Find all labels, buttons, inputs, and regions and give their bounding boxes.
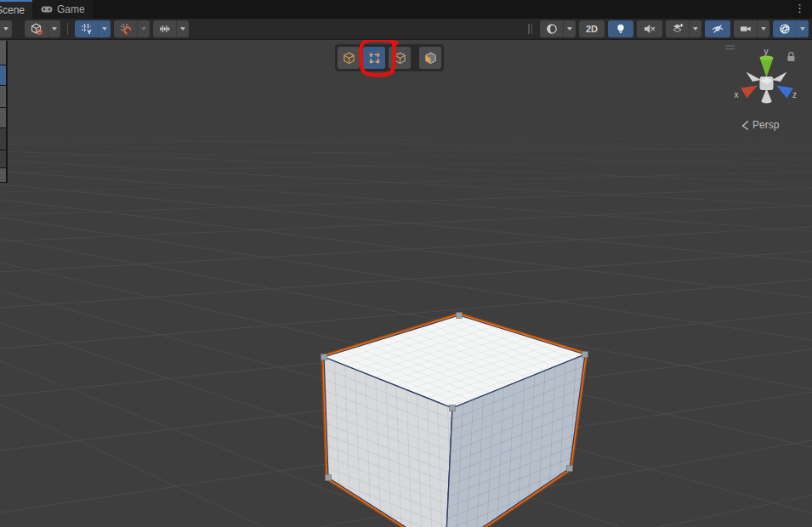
object-selection-mode-button[interactable] xyxy=(338,47,360,69)
snap-increment-ruler-icon xyxy=(153,20,176,37)
element-selection-toolbar xyxy=(335,44,444,71)
cube-edge-icon xyxy=(393,51,407,65)
unity-scene-view-window: Scene Game ⋮ xyxy=(0,0,812,527)
gizmo-x-axis-cone[interactable] xyxy=(741,86,758,99)
chevron-down-icon[interactable] xyxy=(563,20,576,37)
toolbar-left-group: Y xyxy=(0,20,189,37)
cube-face-icon xyxy=(423,51,438,65)
clipped-left-panel xyxy=(0,41,8,183)
tab-scene[interactable]: Scene xyxy=(0,0,32,19)
chevron-down-icon[interactable] xyxy=(98,20,111,37)
overlay-drag-handle[interactable] xyxy=(528,24,532,34)
gizmo-center-cube[interactable] xyxy=(760,76,774,90)
left-panel-button[interactable] xyxy=(0,108,6,128)
orientation-gizmo[interactable]: x y z xyxy=(721,37,806,114)
kebab-icon: ⋮ xyxy=(794,2,805,14)
chevron-down-icon[interactable] xyxy=(48,20,60,37)
scene-lighting-button[interactable] xyxy=(608,20,633,37)
clipped-tool-dropdown-button[interactable] xyxy=(0,20,12,37)
overflow-menu-button[interactable]: ⋮ xyxy=(787,0,812,19)
toolbar-right-group: 2D xyxy=(526,20,809,37)
scene-view-toolbar: Y xyxy=(0,19,812,40)
gamepad-icon xyxy=(41,5,53,14)
chevron-down-icon[interactable] xyxy=(689,20,701,37)
gizmo-y-axis-cone[interactable] xyxy=(760,56,774,77)
lock-icon[interactable] xyxy=(787,53,794,61)
left-panel-button[interactable] xyxy=(0,128,6,150)
grid-y-icon: Y xyxy=(75,20,98,37)
chevron-down-icon[interactable] xyxy=(137,20,150,37)
tool-handle-button[interactable] xyxy=(25,20,60,37)
tab-scene-label: Scene xyxy=(0,4,25,16)
left-panel-button[interactable] xyxy=(0,86,6,107)
chevron-down-icon xyxy=(3,27,9,31)
gizmo-z-axis-cone[interactable] xyxy=(776,86,793,99)
2d-label: 2D xyxy=(586,24,598,34)
camera-settings-button[interactable] xyxy=(734,20,769,37)
scene-viewport[interactable] xyxy=(0,0,812,527)
grid-snapping-button[interactable] xyxy=(114,20,150,37)
effects-layers-icon xyxy=(666,20,689,37)
chevron-down-icon[interactable] xyxy=(176,20,189,37)
left-panel-button[interactable] xyxy=(0,168,6,182)
grid-visibility-button[interactable]: Y xyxy=(75,20,111,37)
scene-tools-button[interactable] xyxy=(773,20,809,37)
eye-hidden-icon xyxy=(711,22,724,36)
left-panel-button[interactable] xyxy=(0,150,6,167)
face-selection-mode-button[interactable] xyxy=(419,47,441,69)
perspective-wedge-icon xyxy=(741,120,749,131)
light-bulb-icon xyxy=(614,22,627,36)
toolbar-separator xyxy=(67,23,68,35)
tab-game[interactable]: Game xyxy=(32,0,94,19)
overlay-handle[interactable] xyxy=(725,46,735,49)
view-tab-bar: Scene Game ⋮ xyxy=(0,0,812,19)
2d-mode-button[interactable]: 2D xyxy=(579,20,605,37)
left-panel-button[interactable] xyxy=(0,41,6,65)
gizmo-x-label: x xyxy=(735,90,739,99)
gizmo-z-label: z xyxy=(792,90,797,99)
left-panel-button-active[interactable] xyxy=(0,65,6,85)
edge-selection-mode-button[interactable] xyxy=(389,47,411,69)
vertex-selection-mode-button[interactable] xyxy=(363,47,385,69)
orbit-globe-icon xyxy=(773,20,796,37)
audio-mute-button[interactable] xyxy=(637,20,662,37)
svg-text:Y: Y xyxy=(87,28,92,36)
tab-game-label: Game xyxy=(57,3,85,15)
chevron-down-icon[interactable] xyxy=(757,20,769,37)
gizmo-y-label: y xyxy=(764,47,769,56)
vertex-handles-icon xyxy=(367,51,382,65)
projection-toggle[interactable]: Persp xyxy=(741,119,779,131)
shaded-sphere-icon xyxy=(540,20,563,37)
scene-visibility-button[interactable] xyxy=(705,20,730,37)
cube-pivot-icon xyxy=(25,20,48,37)
cube-wireframe-icon xyxy=(342,51,356,65)
effects-button[interactable] xyxy=(666,20,701,37)
grid-snap-magnet-icon xyxy=(114,20,137,37)
draw-mode-button[interactable] xyxy=(540,20,576,37)
chevron-down-icon[interactable] xyxy=(796,20,809,37)
camera-icon xyxy=(734,20,757,37)
snap-increment-button[interactable] xyxy=(153,20,189,37)
projection-label: Persp xyxy=(752,119,779,131)
audio-muted-icon xyxy=(643,22,656,36)
